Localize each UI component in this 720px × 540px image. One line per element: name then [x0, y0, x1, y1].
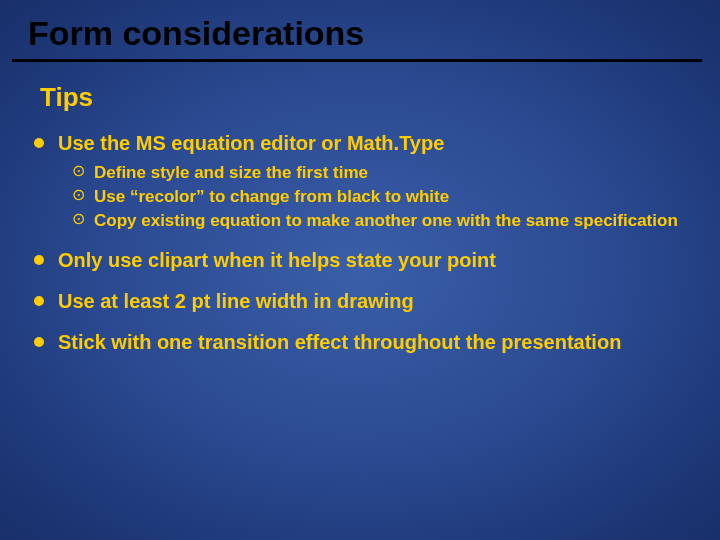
bullet-item: Only use clipart when it helps state you… — [22, 248, 720, 273]
bullet-text: Stick with one transition effect through… — [58, 331, 621, 353]
bullet-list: Use the MS equation editor or Math.Type … — [22, 131, 720, 355]
sub-bullet-item: Copy existing equation to make another o… — [72, 210, 690, 232]
bullet-item: Use the MS equation editor or Math.Type … — [22, 131, 720, 232]
sub-bullet-item: Use “recolor” to change from black to wh… — [72, 186, 690, 208]
slide-title: Form considerations — [28, 14, 720, 53]
title-block: Form considerations — [0, 0, 720, 53]
bullet-item: Use at least 2 pt line width in drawing — [22, 289, 720, 314]
sub-bullet-text: Use “recolor” to change from black to wh… — [94, 187, 449, 206]
sub-bullet-text: Copy existing equation to make another o… — [94, 211, 678, 230]
bullet-text: Only use clipart when it helps state you… — [58, 249, 496, 271]
sub-bullet-item: Define style and size the first time — [72, 162, 690, 184]
bullet-text: Use at least 2 pt line width in drawing — [58, 290, 414, 312]
bullet-text: Use the MS equation editor or Math.Type — [58, 132, 444, 154]
content-area: Use the MS equation editor or Math.Type … — [22, 131, 720, 355]
sub-bullet-text: Define style and size the first time — [94, 163, 368, 182]
slide-subtitle: Tips — [40, 82, 720, 113]
sub-bullet-list: Define style and size the first time Use… — [58, 162, 690, 232]
title-underline — [12, 59, 702, 62]
bullet-item: Stick with one transition effect through… — [22, 330, 720, 355]
